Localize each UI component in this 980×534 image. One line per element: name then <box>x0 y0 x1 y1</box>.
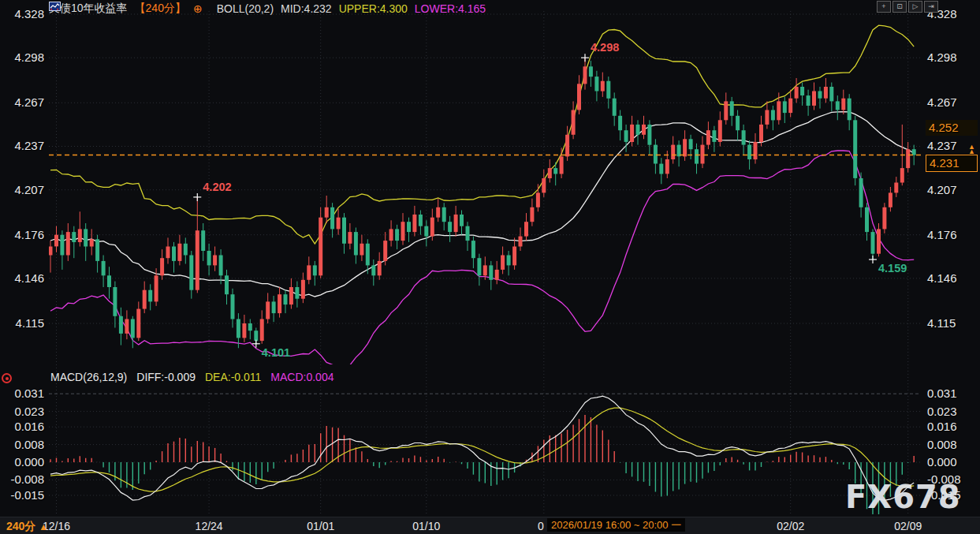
boll-label: BOLL(20,2) <box>217 2 274 15</box>
axis-label: 4.267 <box>927 95 957 109</box>
axis-label: 0.031 <box>927 386 957 400</box>
axis-label: 0.031 <box>0 386 44 400</box>
boll-lower-value: LOWER:4.165 <box>415 2 486 15</box>
axis-label: 4.298 <box>927 50 957 64</box>
last-price-marker: 4.231 <box>926 155 978 172</box>
axis-label: 0.023 <box>927 405 957 418</box>
axis-label: 4.298 <box>0 50 44 64</box>
record-icon <box>2 373 12 383</box>
chart-canvas[interactable]: 4.2984.2024.1014.159 <box>0 0 980 534</box>
axis-label: -0.008 <box>0 472 44 486</box>
axis-label: 4.328 <box>0 7 44 21</box>
axis-label: -0.015 <box>0 488 44 502</box>
chart-header: 美债10年收益率 【240分】 ⊕ BOLL(20,2) MID:4.232 U… <box>49 2 486 16</box>
axis-label: 0.016 <box>927 420 957 433</box>
axis-label: 0.016 <box>0 420 44 433</box>
time-axis-bar <box>0 517 980 534</box>
axis-label: 4.207 <box>927 183 957 196</box>
time-tick-label: 01/10 <box>412 520 440 532</box>
jump-latest-icon[interactable]: ⇥ <box>924 1 938 13</box>
partial-tick-label: 0 <box>538 520 544 532</box>
time-tick-label: 02/09 <box>894 520 922 532</box>
axis-label: 4.115 <box>0 316 44 330</box>
boll-mid-value: MID:4.232 <box>281 2 332 15</box>
axis-label: 4.115 <box>927 316 956 330</box>
axis-label: 0.008 <box>0 438 44 451</box>
zoom-reset-icon[interactable]: ⊡ <box>892 1 907 13</box>
period-selector[interactable]: 240分 ▲ <box>6 520 48 534</box>
crosshair-toggle-icon[interactable]: ⊕ <box>193 2 203 15</box>
macd-header: MACD(26,12,9) DIFF:-0.009 DEA:-0.011 MAC… <box>50 371 333 383</box>
svg-text:4.159: 4.159 <box>878 262 907 274</box>
watermark-logo: FX678 <box>845 479 961 515</box>
macd-diff-value: DIFF:-0.009 <box>136 371 196 383</box>
axis-label: 4.176 <box>927 228 957 241</box>
chart-window: 4.2984.2024.1014.159 美债10年收益率 【240分】 ⊕ B… <box>0 0 980 534</box>
time-tick-label: 02/02 <box>777 520 804 532</box>
time-tick-label: 12/24 <box>196 520 223 532</box>
axis-label: 4.237 <box>927 139 957 152</box>
crosshair-date-readout: 2026/01/19 16:00 ~ 20:00 一 <box>547 518 685 532</box>
svg-text:4.298: 4.298 <box>591 41 619 54</box>
axis-label: 4.267 <box>0 95 44 109</box>
axis-label: 4.207 <box>0 183 44 196</box>
scroll-latest-arrows[interactable]: ▲▲ <box>968 144 975 154</box>
axis-label: 4.237 <box>0 139 44 152</box>
svg-text:4.101: 4.101 <box>262 346 290 359</box>
axis-label: 0.000 <box>0 455 44 469</box>
axis-label: 4.146 <box>927 271 957 285</box>
macd-macd-value: MACD:0.004 <box>270 371 333 383</box>
svg-text:4.202: 4.202 <box>203 181 231 193</box>
secondary-price-marker: 4.252 <box>926 120 978 136</box>
period-label[interactable]: 【240分】 <box>135 2 186 16</box>
axis-label: 0.000 <box>927 455 957 469</box>
play-forward-icon[interactable]: ▷ <box>908 1 922 13</box>
axis-label: 4.146 <box>0 271 44 285</box>
period-dropdown-arrow: ▲ <box>39 521 48 532</box>
axis-label: 0.023 <box>0 405 44 418</box>
macd-label: MACD(26,12,9) <box>50 371 127 383</box>
time-tick-label: 01/01 <box>307 520 334 532</box>
macd-dea-value: DEA:-0.011 <box>205 371 261 383</box>
axis-label: 4.176 <box>0 228 44 241</box>
boll-upper-value: UPPER:4.300 <box>339 2 408 15</box>
axis-label: 0.008 <box>927 438 957 451</box>
pan-icon[interactable]: + <box>877 1 891 13</box>
chart-toolbar: + ⊡ ▷ ⇥ <box>877 1 938 13</box>
